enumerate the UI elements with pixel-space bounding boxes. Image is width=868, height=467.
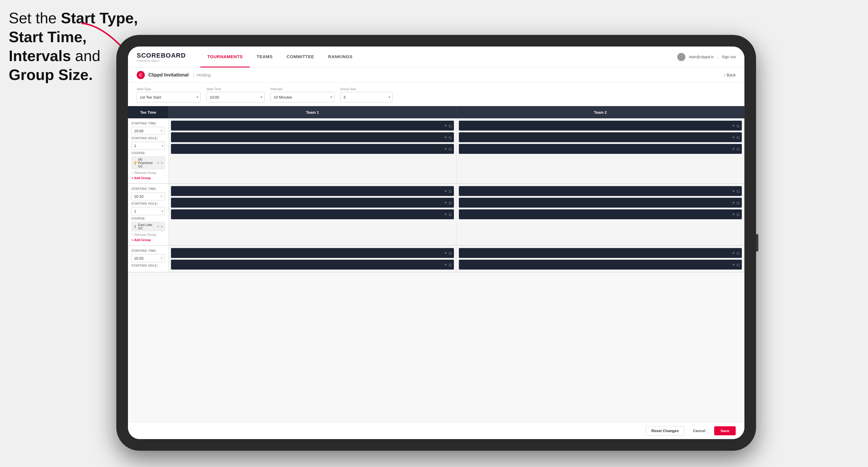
intervals-group: Intervals 10 Minutes 8 Minutes 12 Minute… [271,87,334,102]
save-button[interactable]: Save [714,426,736,435]
player-slot-3-2: ✕ ◱ [171,198,454,208]
starting-time-input-wrap-1: ⏱ [131,127,165,135]
starting-time-input-wrap-2: ⏱ [131,192,165,200]
tee-time-col-3: STARTING TIME: ⏱ STARTING HOLE: [128,246,169,272]
course-remove-icon-2[interactable]: ✕ [157,225,159,228]
controls-row: Start Type 1st Tee Start Shotgun Start S… [128,83,744,106]
player-x-icon-2-1[interactable]: ✕ [732,124,735,128]
tab-committee[interactable]: COMMITTEE [280,46,321,67]
player-x-icon-6-1[interactable]: ✕ [732,251,735,255]
tablet-side-button [756,234,758,252]
back-button[interactable]: ‹ Back [724,73,736,77]
starting-hole-label-2: STARTING HOLE: [131,202,165,205]
course-remove-icon-1[interactable]: ✕ [157,161,159,165]
player-expand-icon-1-2[interactable]: ◱ [449,135,452,139]
hole-select-wrap-1: 1 10 [131,142,165,150]
player-expand-icon-3-3[interactable]: ◱ [449,213,452,216]
team2-col-3: ✕ ◱ ✕ ◱ [457,246,744,272]
player-x-icon-1-3[interactable]: ✕ [444,147,447,151]
course-tag-2: 🏌 East Lake GC ✕ ▾ [131,222,165,231]
course-label-2: COURSE: [131,217,165,220]
player-x-icon-5-1[interactable]: ✕ [444,251,447,255]
hole-select-1[interactable]: 1 10 [131,142,165,150]
team1-col-1: ✕ ◱ ✕ ◱ ✕ ◱ [169,118,457,183]
player-expand-icon-4-1[interactable]: ◱ [737,189,740,193]
table-header-row: Tee Time Team 1 Team 2 [128,106,744,118]
starting-hole-label-3: STARTING HOLE: [131,264,165,267]
start-type-group: Start Type 1st Tee Start Shotgun Start [137,87,200,102]
player-slot-6-1: ✕ ◱ [459,248,742,258]
player-slot-1-2: ✕ ◱ [171,132,454,142]
sign-out-link[interactable]: Sign out [722,55,736,59]
team2-col-1: ✕ ◱ ✕ ◱ ✕ ◱ [457,118,744,183]
group-size-select-wrap: 3 2 4 [340,92,393,102]
start-type-select[interactable]: 1st Tee Start Shotgun Start [137,92,200,102]
add-group-btn-2[interactable]: + Add Group [131,238,165,242]
player-expand-icon-1-3[interactable]: ◱ [449,147,452,151]
player-expand-icon-3-1[interactable]: ◱ [449,189,452,193]
add-group-btn-1[interactable]: + Add Group [131,176,165,180]
group-row-1: STARTING TIME: ⏱ STARTING HOLE: 1 10 COU… [128,118,744,184]
player-x-icon-6-2[interactable]: ✕ [732,263,735,267]
player-x-icon-2-3[interactable]: ✕ [732,147,735,151]
player-expand-icon-5-1[interactable]: ◱ [449,251,452,255]
user-avatar [677,53,685,61]
player-x-icon-5-2[interactable]: ✕ [444,263,447,267]
col-header-team1: Team 1 [169,106,457,118]
course-expand-icon-1[interactable]: ▾ [161,161,163,165]
player-expand-icon-6-2[interactable]: ◱ [737,263,740,267]
player-slot-3-1: ✕ ◱ [171,186,454,196]
player-slot-5-2: ✕ ◱ [171,260,454,270]
start-type-select-wrap: 1st Tee Start Shotgun Start [137,92,200,102]
starting-time-input-wrap-3: ⏱ [131,254,165,262]
tee-time-col-2: STARTING TIME: ⏱ STARTING HOLE: 1 10 COU… [128,184,169,245]
player-x-icon-4-1[interactable]: ✕ [732,189,735,193]
cancel-button[interactable]: Cancel [688,426,711,435]
player-expand-icon-1-1[interactable]: ◱ [449,124,452,128]
player-x-icon-3-3[interactable]: ✕ [444,213,447,216]
player-expand-icon-3-2[interactable]: ◱ [449,201,452,205]
tournament-title: Clippd Invitational [148,72,189,77]
player-expand-icon-2-1[interactable]: ◱ [737,124,740,128]
sub-header: C Clippd Invitational | Hosting ‹ Back [128,67,744,83]
tab-teams[interactable]: TEAMS [250,46,280,67]
team1-col-2: ✕ ◱ ✕ ◱ ✕ ◱ [169,184,457,245]
logo-main-text: SCOREBOARD [137,52,186,59]
course-name-1: (A) Peachtree GC [138,158,155,168]
player-x-icon-1-1[interactable]: ✕ [444,124,447,128]
tournament-logo: C [137,71,145,79]
start-time-input[interactable] [207,92,265,102]
remove-group-btn-1[interactable]: ○ Remove Group [131,171,165,175]
player-x-icon-3-2[interactable]: ✕ [444,201,447,205]
group-row-2: STARTING TIME: ⏱ STARTING HOLE: 1 10 COU… [128,184,744,246]
team2-col-2: ✕ ◱ ✕ ◱ ✕ ◱ [457,184,744,245]
course-expand-icon-2[interactable]: ▾ [161,225,163,228]
reset-changes-button[interactable]: Reset Changes [646,426,684,436]
footer: Reset Changes Cancel Save [128,422,744,439]
player-x-icon-4-2[interactable]: ✕ [732,201,735,205]
group-size-select[interactable]: 3 2 4 [340,92,393,102]
player-expand-icon-4-2[interactable]: ◱ [737,201,740,205]
player-slot-5-1: ✕ ◱ [171,248,454,258]
intervals-select-wrap: 10 Minutes 8 Minutes 12 Minutes [271,92,334,102]
player-slot-4-2: ✕ ◱ [459,198,742,208]
hole-select-2[interactable]: 1 10 [131,207,165,215]
player-expand-icon-2-3[interactable]: ◱ [737,147,740,151]
player-x-icon-4-3[interactable]: ✕ [732,213,735,216]
remove-group-btn-2[interactable]: ○ Remove Group [131,233,165,237]
player-expand-icon-6-1[interactable]: ◱ [737,251,740,255]
app-logo: SCOREBOARD Powered by clipp.io [137,52,186,62]
hosting-label: Hosting [196,73,210,77]
tab-tournaments[interactable]: TOURNAMENTS [200,46,250,67]
starting-time-label-2: STARTING TIME: [131,187,165,190]
player-expand-icon-4-3[interactable]: ◱ [737,213,740,216]
player-expand-icon-5-2[interactable]: ◱ [449,263,452,267]
player-expand-icon-2-2[interactable]: ◱ [737,135,740,139]
player-x-icon-2-2[interactable]: ✕ [732,135,735,139]
tee-time-col-1: STARTING TIME: ⏱ STARTING HOLE: 1 10 COU… [128,118,169,183]
tab-rankings[interactable]: RANKINGS [321,46,360,67]
player-slot-4-1: ✕ ◱ [459,186,742,196]
player-x-icon-1-2[interactable]: ✕ [444,135,447,139]
player-x-icon-3-1[interactable]: ✕ [444,189,447,193]
intervals-select[interactable]: 10 Minutes 8 Minutes 12 Minutes [271,92,334,102]
